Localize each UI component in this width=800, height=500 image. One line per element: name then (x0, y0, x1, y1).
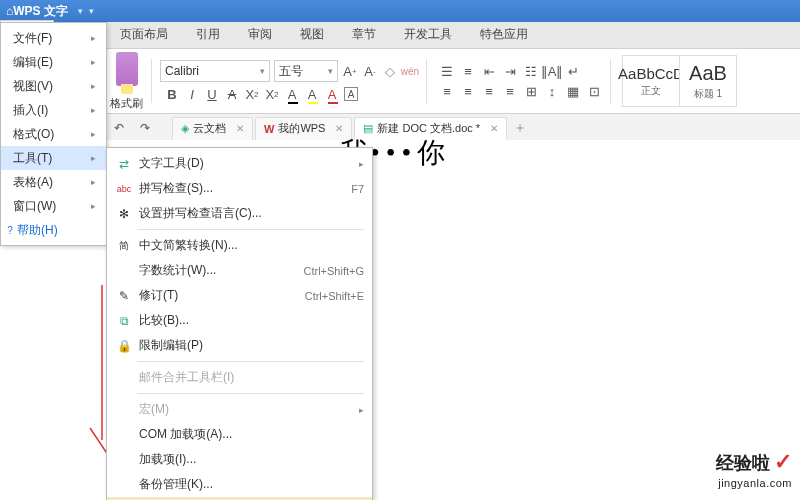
close-tab-icon[interactable]: ✕ (490, 123, 498, 134)
app-logo-icon: ⌂ (6, 4, 13, 18)
superscript-button[interactable]: X2 (244, 86, 260, 102)
menu-window[interactable]: 窗口(W)▸ (1, 194, 106, 218)
tools-submenu: ⇄文字工具(D)▸ abc拼写检查(S)...F7 ✻设置拼写检查语言(C)..… (106, 147, 373, 500)
menu-view[interactable]: 视图(V)▸ (1, 74, 106, 98)
menu-com-addins[interactable]: COM 加载项(A)... (107, 422, 372, 447)
tab-view[interactable]: 视图 (286, 21, 338, 48)
text-tools-icon: ⇄ (115, 156, 133, 172)
menu-addins[interactable]: 加载项(I)... (107, 447, 372, 472)
subscript-button[interactable]: X2 (264, 86, 280, 102)
strikethrough-button[interactable]: A (224, 86, 240, 102)
char-border-button[interactable]: A (344, 87, 358, 101)
redo-button[interactable]: ↷ (136, 119, 154, 137)
borders-icon[interactable]: ⊡ (586, 83, 602, 99)
menu-format[interactable]: 格式(O)▸ (1, 122, 106, 146)
file-menu: 文件(F)▸ 编辑(E)▸ 视图(V)▸ 插入(I)▸ 格式(O)▸ 工具(T)… (0, 22, 107, 246)
bullet-list-icon[interactable]: ☰ (439, 63, 455, 79)
menu-file[interactable]: 文件(F)▸ (1, 26, 106, 50)
style-gallery: AaBbCcD 正文 AaB 标题 1 (623, 55, 737, 107)
shading-icon[interactable]: ▦ (565, 83, 581, 99)
spellcheck-icon: abc (115, 181, 133, 197)
menu-mailmerge: 邮件合并工具栏(I) (107, 365, 372, 390)
menu-spell-language[interactable]: ✻设置拼写检查语言(C)... (107, 201, 372, 226)
separator (151, 59, 152, 103)
cloud-icon: ◈ (181, 122, 189, 135)
line-spacing-icon[interactable]: ‖A‖ (544, 63, 560, 79)
wordcount-icon (115, 263, 133, 279)
doc-tab-mywps[interactable]: W 我的WPS ✕ (255, 117, 352, 140)
align-right-icon[interactable]: ≡ (481, 83, 497, 99)
tab-developer[interactable]: 开发工具 (390, 21, 466, 48)
italic-button[interactable]: I (184, 86, 200, 102)
title-bar: ⌂ WPS 文字 ▾ ▾ (0, 0, 800, 22)
text-color-button[interactable]: A (324, 86, 340, 102)
sort-icon[interactable]: ☷ (523, 63, 539, 79)
new-tab-button[interactable]: ＋ (513, 119, 527, 137)
menu-compare[interactable]: ⧉比较(B)... (107, 308, 372, 333)
main-tabs: 开始 插入 页面布局 引用 审阅 视图 章节 开发工具 特色应用 (0, 22, 800, 49)
language-icon: ✻ (115, 206, 133, 222)
check-icon: ✓ (774, 449, 792, 474)
chevron-down-icon: ▾ (328, 66, 333, 76)
number-list-icon[interactable]: ≡ (460, 63, 476, 79)
tab-review[interactable]: 审阅 (234, 21, 286, 48)
revision-icon: ✎ (115, 288, 133, 304)
title-dropdown-icon2[interactable]: ▾ (89, 6, 94, 16)
style-normal[interactable]: AaBbCcD 正文 (622, 55, 680, 107)
tab-chapter[interactable]: 章节 (338, 21, 390, 48)
menu-backup[interactable]: 备份管理(K)... (107, 472, 372, 497)
wps-icon: W (264, 123, 274, 135)
font-color-button[interactable]: A (284, 86, 300, 102)
menu-edit[interactable]: 编辑(E)▸ (1, 50, 106, 74)
menu-tools[interactable]: 工具(T)▸ (1, 146, 106, 170)
menu-help[interactable]: ?帮助(H) (1, 218, 106, 242)
close-tab-icon[interactable]: ✕ (335, 123, 343, 134)
format-painter-icon[interactable] (116, 52, 138, 86)
phonetic-icon[interactable]: wén (402, 63, 418, 79)
underline-button[interactable]: U (204, 86, 220, 102)
format-painter-label: 格式刷 (110, 96, 143, 111)
hanging-indent-icon[interactable]: ↵ (565, 63, 581, 79)
clear-format-icon[interactable]: ◇ (382, 63, 398, 79)
lock-icon: 🔒 (115, 338, 133, 354)
style-heading1[interactable]: AaB 标题 1 (679, 55, 737, 107)
undo-button[interactable]: ↶ (110, 119, 128, 137)
help-icon: ? (5, 225, 15, 235)
tab-page-layout[interactable]: 页面布局 (106, 21, 182, 48)
separator (610, 59, 611, 103)
separator (426, 59, 427, 103)
indent-right-icon[interactable]: ⇥ (502, 63, 518, 79)
bold-button[interactable]: B (164, 86, 180, 102)
close-tab-icon[interactable]: ✕ (236, 123, 244, 134)
line-height-icon[interactable]: ↕ (544, 83, 560, 99)
font-name-select[interactable]: Calibri▾ (160, 60, 270, 82)
menu-macro: 宏(M)▸ (107, 397, 372, 422)
highlight-button[interactable]: A (304, 86, 320, 102)
title-dropdown-icon[interactable]: ▾ (78, 6, 83, 16)
menu-restrict-edit[interactable]: 🔒限制编辑(P) (107, 333, 372, 358)
font-size-select[interactable]: 五号▾ (274, 60, 338, 82)
menu-spellcheck[interactable]: abc拼写检查(S)...F7 (107, 176, 372, 201)
menu-insert[interactable]: 插入(I)▸ (1, 98, 106, 122)
watermark: 经验啦 ✓ jingyanla.com (716, 449, 792, 490)
distribute-icon[interactable]: ⊞ (523, 83, 539, 99)
menu-word-count[interactable]: 字数统计(W)...Ctrl+Shift+G (107, 258, 372, 283)
tab-special[interactable]: 特色应用 (466, 21, 542, 48)
menu-revision[interactable]: ✎修订(T)Ctrl+Shift+E (107, 283, 372, 308)
align-justify-icon[interactable]: ≡ (502, 83, 518, 99)
shrink-font-icon[interactable]: A- (362, 63, 378, 79)
doc-tab-cloud[interactable]: ◈ 云文档 ✕ (172, 117, 253, 140)
menu-table[interactable]: 表格(A)▸ (1, 170, 106, 194)
menu-text-tools[interactable]: ⇄文字工具(D)▸ (107, 151, 372, 176)
menu-separator (137, 229, 364, 230)
app-title: WPS 文字 (13, 3, 68, 20)
menu-separator (137, 393, 364, 394)
indent-left-icon[interactable]: ⇤ (481, 63, 497, 79)
menu-chinese-convert[interactable]: 简中文简繁转换(N)... (107, 233, 372, 258)
align-left-icon[interactable]: ≡ (439, 83, 455, 99)
tab-references[interactable]: 引用 (182, 21, 234, 48)
grow-font-icon[interactable]: A+ (342, 63, 358, 79)
compare-icon: ⧉ (115, 313, 133, 329)
align-center-icon[interactable]: ≡ (460, 83, 476, 99)
chevron-down-icon: ▾ (260, 66, 265, 76)
